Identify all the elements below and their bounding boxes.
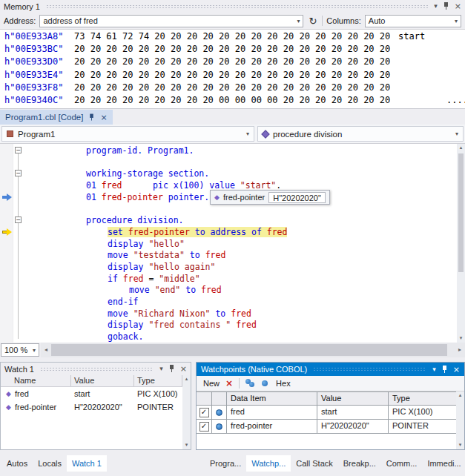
scroll-up-icon[interactable]: ▴	[456, 391, 464, 400]
watchpoints-column-headers[interactable]: Data ItemValueType	[197, 392, 456, 406]
watchpoint-row[interactable]: ✓fred-pointerH"20202020"POINTER	[197, 420, 456, 434]
wp-value-cell[interactable]: start	[317, 406, 389, 420]
fold-collapse-icon[interactable]: −	[15, 216, 22, 223]
code-line[interactable]: end-if	[24, 297, 457, 308]
hex-toggle-button[interactable]: Hex	[276, 379, 291, 388]
refresh-icon[interactable]: ↻	[307, 16, 318, 26]
code-line[interactable]: display "hello"	[24, 239, 457, 251]
editor-horizontal-scrollbar[interactable]: ◂ ▸	[41, 343, 465, 357]
watchpoint-row[interactable]: ✓fredstartPIC X(100)	[197, 406, 456, 420]
memory-row[interactable]: h"00E9340C"20 20 20 20 20 20 20 20 20 00…	[0, 94, 465, 107]
window-position-icon[interactable]: ▾	[159, 366, 163, 372]
memory-row[interactable]: h"00E933E4"20 20 20 20 20 20 20 20 20 20…	[0, 69, 465, 82]
close-icon[interactable]: ×	[180, 366, 187, 372]
memory-title-bar[interactable]: Memory 1 ▾ ×	[0, 0, 465, 13]
scroll-down-icon[interactable]: ▾	[182, 441, 191, 449]
section-dropdown[interactable]: procedure division ▾	[257, 126, 464, 142]
watch-title-bar[interactable]: Watch 1 ▾ ×	[1, 363, 191, 375]
bottom-tab-autos[interactable]: Autos	[1, 455, 33, 472]
new-watchpoint-button[interactable]: New	[203, 379, 220, 388]
wp-column-header-type[interactable]: Type	[389, 392, 456, 406]
watch-type-cell[interactable]: PIC X(100)	[134, 387, 182, 400]
wp-name-cell[interactable]: fred-pointer	[227, 420, 317, 434]
code-line[interactable]: program-id. Program1.	[24, 145, 457, 157]
window-position-icon[interactable]: ▾	[432, 366, 436, 373]
bottom-tab-watchp[interactable]: Watchp...	[246, 455, 291, 472]
code-line[interactable]: working-storage section.	[24, 168, 457, 180]
scroll-right-icon[interactable]: ▸	[455, 343, 465, 357]
memory-row[interactable]: h"00E933F8"20 20 20 20 20 20 20 20 20 20…	[0, 82, 465, 94]
watchpoint-rows[interactable]: ✓fredstartPIC X(100)✓fred-pointerH"20202…	[197, 406, 456, 434]
scroll-down-icon[interactable]: ▾	[456, 441, 464, 449]
close-icon[interactable]: ×	[455, 3, 461, 10]
code-lines[interactable]: program-id. Program1.working-storage sec…	[24, 145, 457, 343]
chevron-down-icon[interactable]: ▾	[455, 130, 458, 137]
code-line[interactable]: set fred-pointer to address of fred	[24, 227, 457, 239]
wp-column-header-name[interactable]: Data Item	[227, 392, 317, 406]
breakpoint-margin[interactable]	[0, 144, 13, 343]
watchpoints-title-bar[interactable]: Watchpoints (Native COBOL) ▾ ×	[197, 363, 464, 376]
pin-icon[interactable]	[443, 2, 449, 10]
memory-row[interactable]: h"00E933D0"20 20 20 20 20 20 20 20 20 20…	[0, 56, 465, 68]
fold-collapse-icon[interactable]: −	[15, 147, 22, 153]
editor-vertical-scrollbar[interactable]: ▴ ▾	[457, 144, 465, 343]
bottom-tab-immedi[interactable]: Immedi...	[422, 455, 465, 472]
watch-column-header-type[interactable]: Type	[134, 375, 182, 386]
watch-row[interactable]: ◆fred-pointerH"20202020"POINTER	[1, 400, 182, 414]
watchpoint-checkbox[interactable]: ✓	[199, 422, 209, 432]
watch-name-cell[interactable]: ◆fred-pointer	[1, 400, 71, 414]
close-tab-icon[interactable]: ×	[100, 113, 107, 122]
wp-column-header-value[interactable]: Value	[317, 392, 389, 406]
wp-type-cell[interactable]: POINTER	[389, 420, 456, 434]
bottom-tab-progra[interactable]: Progra...	[205, 455, 246, 472]
bottom-tab-call-stack[interactable]: Call Stack	[291, 455, 338, 472]
scroll-down-icon[interactable]: ▾	[457, 334, 465, 343]
watchpoints-scrollbar[interactable]: ▴ ▾	[456, 391, 464, 449]
watch-column-headers[interactable]: NameValueType	[1, 375, 182, 387]
code-line[interactable]: move "Richard Nixon" to fred	[24, 308, 457, 320]
delete-watchpoint-icon[interactable]: ×	[225, 379, 233, 388]
bottom-tab-watch-1[interactable]: Watch 1	[67, 455, 107, 472]
tab-program1-cbl[interactable]: Program1.cbl [Code] ×	[0, 110, 113, 125]
wp-type-cell[interactable]: PIC X(100)	[389, 406, 456, 420]
memory-row[interactable]: h"00E933BC"20 20 20 20 20 20 20 20 20 20…	[0, 43, 465, 56]
watch-value-cell[interactable]: start	[71, 387, 134, 400]
scroll-left-icon[interactable]: ◂	[41, 343, 51, 357]
watch-column-header-value[interactable]: Value	[71, 375, 134, 386]
watchpoint-pair-icon[interactable]	[245, 379, 255, 388]
window-position-icon[interactable]: ▾	[434, 3, 438, 10]
scrollbar-thumb[interactable]	[458, 153, 464, 272]
memory-rows[interactable]: h"00E933A8"73 74 61 72 74 20 20 20 20 20…	[0, 30, 465, 108]
wp-name-cell[interactable]: fred	[227, 406, 317, 420]
code-line[interactable]: display "hello again"	[24, 262, 457, 274]
chevron-down-icon[interactable]: ▾	[33, 347, 36, 354]
chevron-down-icon[interactable]: ▾	[294, 18, 300, 24]
code-line[interactable]	[24, 157, 457, 169]
scroll-up-icon[interactable]: ▴	[182, 375, 191, 383]
chevron-down-icon[interactable]: ▾	[452, 18, 458, 24]
columns-select[interactable]: Auto ▾	[365, 15, 461, 27]
pin-icon[interactable]	[168, 365, 175, 373]
pinned-datatip[interactable]: ◆ fred-pointer H"20202020"	[210, 190, 330, 205]
watch-type-cell[interactable]: POINTER	[134, 400, 182, 414]
close-icon[interactable]: ×	[453, 366, 460, 373]
code-editor[interactable]: −−− program-id. Program1.working-storage…	[0, 144, 465, 343]
chevron-down-icon[interactable]: ▾	[246, 130, 249, 137]
address-input[interactable]: address of fred ▾	[39, 15, 303, 27]
bottom-tab-breakp[interactable]: Breakp...	[338, 455, 381, 472]
bottom-tab-locals[interactable]: Locals	[33, 455, 67, 472]
datatip-value[interactable]: H"20202020"	[268, 192, 326, 203]
wp-value-cell[interactable]: H"20202020"	[317, 420, 389, 434]
fold-collapse-icon[interactable]: −	[15, 170, 22, 176]
watchpoint-single-icon[interactable]	[261, 379, 270, 388]
scroll-up-icon[interactable]: ▴	[457, 144, 465, 152]
program-dropdown[interactable]: Program1 ▾	[1, 126, 254, 142]
code-line[interactable]: display "fred contains " fred	[24, 320, 457, 331]
code-line[interactable]: procedure division.	[24, 215, 457, 227]
watch-name-cell[interactable]: ◆fred	[1, 387, 71, 400]
watch-column-header-name[interactable]: Name	[1, 375, 71, 386]
pin-tab-icon[interactable]	[89, 113, 95, 121]
code-line[interactable]: move "testdata" to fred	[24, 250, 457, 262]
memory-row[interactable]: h"00E933A8"73 74 61 72 74 20 20 20 20 20…	[0, 30, 465, 43]
code-line[interactable]: move "end" to fred	[24, 285, 457, 297]
